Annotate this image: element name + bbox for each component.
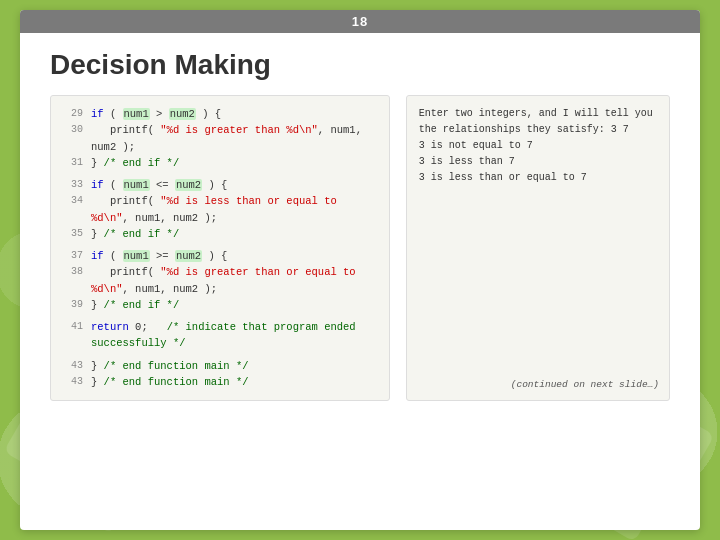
code-text: if ( num1 >= num2 ) { (91, 248, 375, 264)
slide-container: 18 Decision Making 29 if ( num1 > num2 )… (20, 10, 700, 530)
output-line-3: 3 is not equal to 7 (419, 138, 657, 154)
line-num: 37 (65, 248, 83, 264)
slide-title: Decision Making (50, 49, 670, 81)
code-line-43a: 43 } /* end function main */ (65, 358, 375, 374)
line-num: 34 (65, 193, 83, 226)
code-text: } /* end if */ (91, 226, 375, 242)
line-num: 39 (65, 297, 83, 313)
code-line-41: 41 return 0; /* indicate that program en… (65, 319, 375, 352)
code-line-39: 39 } /* end if */ (65, 297, 375, 313)
output-line-4: 3 is less than 7 (419, 154, 657, 170)
output-line-5: 3 is less than or equal to 7 (419, 170, 657, 186)
code-text: printf( "%d is greater than %d\n", num1,… (91, 122, 375, 155)
code-text: } /* end function main */ (91, 374, 375, 390)
slide-number: 18 (352, 14, 368, 29)
line-num: 30 (65, 122, 83, 155)
code-line-34: 34 printf( "%d is less than or equal to … (65, 193, 375, 226)
line-num: 38 (65, 264, 83, 297)
code-text: if ( num1 > num2 ) { (91, 106, 375, 122)
code-text: printf( "%d is greater than or equal to … (91, 264, 375, 297)
output-line-2: the relationships they satisfy: 3 7 (419, 122, 657, 138)
code-line-33: 33 if ( num1 <= num2 ) { (65, 177, 375, 193)
line-num: 35 (65, 226, 83, 242)
code-line-43b: 43 } /* end function main */ (65, 374, 375, 390)
code-line-31: 31 } /* end if */ (65, 155, 375, 171)
output-box: Enter two integers, and I will tell you … (406, 95, 670, 401)
slide-content: Decision Making 29 if ( num1 > num2 ) { … (20, 33, 700, 417)
line-num: 43 (65, 374, 83, 390)
slide-number-bar: 18 (20, 10, 700, 33)
line-num: 29 (65, 106, 83, 122)
code-box: 29 if ( num1 > num2 ) { 30 printf( "%d i… (50, 95, 390, 401)
code-text: if ( num1 <= num2 ) { (91, 177, 375, 193)
code-text: } /* end if */ (91, 155, 375, 171)
line-num: 31 (65, 155, 83, 171)
line-num: 43 (65, 358, 83, 374)
code-text: } /* end function main */ (91, 358, 375, 374)
code-text: } /* end if */ (91, 297, 375, 313)
code-line-29: 29 if ( num1 > num2 ) { (65, 106, 375, 122)
code-line-38: 38 printf( "%d is greater than or equal … (65, 264, 375, 297)
code-text: printf( "%d is less than or equal to %d\… (91, 193, 375, 226)
continued-note: (continued on next slide…) (511, 377, 659, 392)
code-line-37: 37 if ( num1 >= num2 ) { (65, 248, 375, 264)
main-area: 29 if ( num1 > num2 ) { 30 printf( "%d i… (50, 95, 670, 401)
output-line-1: Enter two integers, and I will tell you (419, 106, 657, 122)
line-num: 41 (65, 319, 83, 352)
code-text: return 0; /* indicate that program ended… (91, 319, 375, 352)
code-line-35: 35 } /* end if */ (65, 226, 375, 242)
line-num: 33 (65, 177, 83, 193)
code-line-30: 30 printf( "%d is greater than %d\n", nu… (65, 122, 375, 155)
